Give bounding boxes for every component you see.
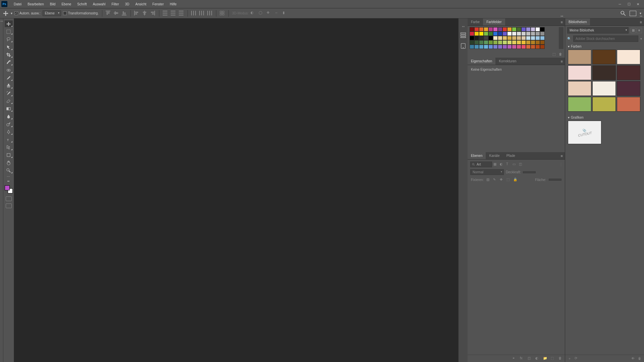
align-left-icon[interactable]	[134, 11, 140, 16]
swatch-cell[interactable]	[540, 45, 545, 49]
menu-view[interactable]: Ansicht	[132, 1, 150, 7]
align-hcenter-icon[interactable]	[142, 11, 148, 16]
brush-tool[interactable]	[5, 74, 13, 81]
group-icon[interactable]: 📁	[543, 356, 547, 361]
swatch-cell[interactable]	[484, 36, 488, 40]
swatch-cell[interactable]	[535, 40, 540, 45]
menu-type[interactable]: Schrift	[74, 1, 90, 7]
swatch-cell[interactable]	[531, 36, 535, 40]
menu-3d[interactable]: 3D	[122, 1, 132, 7]
library-color-swatch[interactable]	[568, 50, 591, 64]
swatch-cell[interactable]	[484, 40, 488, 45]
link-layers-icon[interactable]: ⚭	[512, 356, 517, 361]
swatch-cell[interactable]	[531, 27, 535, 32]
delete-swatch-icon[interactable]: 🗑	[559, 52, 562, 56]
history-panel-icon[interactable]	[460, 32, 467, 39]
swatch-cell[interactable]	[493, 40, 498, 45]
filter-adjust-icon[interactable]: ◐	[500, 162, 504, 167]
swatch-cell[interactable]	[512, 45, 517, 49]
lock-artboard-icon[interactable]: ⬚	[506, 178, 511, 182]
swatch-cell[interactable]	[470, 36, 474, 40]
screen-mode-icon[interactable]	[630, 11, 636, 16]
swatches-tab[interactable]: Farbfelder	[483, 18, 505, 25]
swatch-cell[interactable]	[484, 32, 488, 36]
hand-tool[interactable]	[5, 159, 13, 166]
device-preview-icon[interactable]	[460, 43, 467, 49]
swatch-cell[interactable]	[540, 27, 545, 32]
screen-mode-icon[interactable]	[6, 203, 12, 208]
swatch-cell[interactable]	[488, 40, 493, 45]
swatch-cell[interactable]	[470, 32, 474, 36]
swatch-cell[interactable]	[493, 27, 498, 32]
swatch-cell[interactable]	[493, 36, 498, 40]
library-graphic-item[interactable]: 📎 CUTOUT	[568, 121, 601, 144]
filter-smart-icon[interactable]: ◫	[519, 162, 523, 167]
swatch-cell[interactable]	[502, 27, 507, 32]
layers-list[interactable]	[469, 183, 564, 294]
swatch-cell[interactable]	[531, 32, 535, 36]
lock-all-icon[interactable]: 🔒	[513, 178, 517, 182]
search-icon[interactable]	[620, 10, 626, 16]
distribute-right-icon[interactable]	[207, 11, 213, 16]
swatch-cell[interactable]	[474, 45, 479, 49]
eraser-tool[interactable]	[5, 98, 13, 104]
swatch-cell[interactable]	[474, 40, 479, 45]
healing-tool[interactable]	[5, 67, 13, 73]
library-color-swatch[interactable]	[592, 65, 616, 80]
pen-tool[interactable]	[5, 128, 13, 135]
swatch-cell[interactable]	[517, 40, 521, 45]
align-right-icon[interactable]	[150, 11, 156, 16]
gradient-tool[interactable]	[5, 105, 13, 112]
swatch-cell[interactable]	[493, 32, 498, 36]
distribute-vcenter-icon[interactable]	[171, 11, 176, 16]
lock-position-icon[interactable]: ✥	[500, 178, 504, 182]
swatch-cell[interactable]	[521, 45, 526, 49]
library-color-swatch[interactable]	[592, 97, 616, 112]
history-brush-tool[interactable]	[5, 90, 13, 97]
new-swatch-icon[interactable]: ⬚	[552, 52, 555, 56]
new-layer-icon[interactable]: ⬚	[551, 356, 555, 361]
swatch-cell[interactable]	[479, 27, 484, 32]
move-tool[interactable]	[5, 20, 13, 27]
library-dropdown[interactable]: Meine Bibliothek	[567, 27, 629, 34]
left-dock-strip[interactable]: ▸▸	[0, 18, 3, 362]
swatch-cell[interactable]	[474, 32, 479, 36]
search-dropdown-icon[interactable]: ▾	[640, 37, 642, 41]
swatch-cell[interactable]	[512, 36, 517, 40]
type-tool[interactable]: T	[5, 136, 13, 143]
maximize-button[interactable]: ☐	[627, 2, 631, 6]
layers-tab[interactable]: Ebenen	[468, 152, 486, 159]
swatch-cell[interactable]	[498, 40, 502, 45]
swatch-cell[interactable]	[526, 32, 531, 36]
filter-toggle[interactable]	[560, 162, 562, 167]
swatch-cell[interactable]	[488, 36, 493, 40]
blur-tool[interactable]	[5, 113, 13, 120]
align-top-icon[interactable]	[106, 11, 111, 16]
swatch-cell[interactable]	[507, 45, 512, 49]
library-color-swatch[interactable]	[568, 65, 591, 80]
swatch-cell[interactable]	[521, 36, 526, 40]
swatch-cell[interactable]	[488, 27, 493, 32]
swatch-cell[interactable]	[535, 45, 540, 49]
swatch-cell[interactable]	[521, 32, 526, 36]
swatch-cell[interactable]	[540, 40, 545, 45]
swatch-cell[interactable]	[470, 45, 474, 49]
panel-menu-icon[interactable]: ≡	[559, 59, 565, 63]
menu-image[interactable]: Bild	[47, 1, 59, 7]
menu-window[interactable]: Fenster	[149, 1, 167, 7]
swatch-cell[interactable]	[535, 32, 540, 36]
swatch-cell[interactable]	[488, 32, 493, 36]
swatch-cell[interactable]	[512, 32, 517, 36]
lock-pixels-icon[interactable]: ✎	[493, 178, 497, 182]
swatch-cell[interactable]	[498, 45, 502, 49]
library-color-swatch[interactable]	[568, 97, 591, 112]
panel-menu-icon[interactable]: ≡	[559, 154, 565, 158]
opacity-input[interactable]	[523, 171, 536, 173]
filter-shape-icon[interactable]: ▭	[513, 162, 517, 167]
color-swatches[interactable]	[5, 185, 13, 193]
swatch-cell[interactable]	[502, 36, 507, 40]
stamp-tool[interactable]	[5, 82, 13, 89]
swatch-cell[interactable]	[479, 36, 484, 40]
crop-tool[interactable]	[5, 51, 13, 58]
swatch-cell[interactable]	[507, 36, 512, 40]
